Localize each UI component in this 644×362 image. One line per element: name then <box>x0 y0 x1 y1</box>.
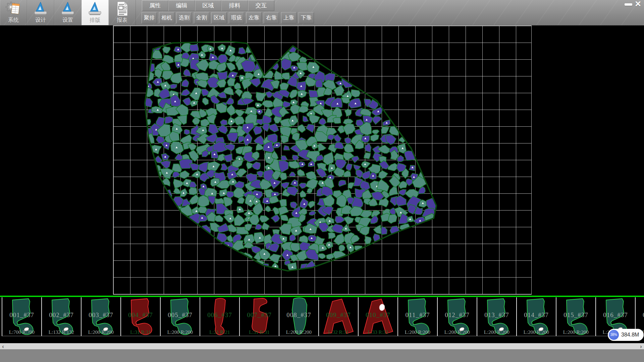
piece-id-label: 001_#37 <box>2 311 41 319</box>
piece-thumbnail-009_#37[interactable]: 009_#37 L:32 R:31 <box>319 297 359 336</box>
strip-top-line <box>0 296 644 297</box>
toolbar-button-label: 系统 <box>0 17 27 24</box>
piece-thumbnail-014_#37[interactable]: 014_#37 L:200 R:200 <box>517 297 556 336</box>
piece-thumbnail-008_#37[interactable]: 008_#37 L:200 R:200 <box>279 297 319 336</box>
piece-id-label: 005_#37 <box>161 311 200 319</box>
toolbar-button-label: 报表 <box>109 17 136 24</box>
toolbar-button-设置[interactable]: 设置 <box>54 0 82 25</box>
settings-setsquare-icon <box>60 1 75 16</box>
piece-lr-label: L:21 R:21 <box>200 329 239 335</box>
piece-lr-label: L:200 R:200 <box>477 329 516 335</box>
menu-tab-交互[interactable]: 交互 <box>248 0 274 11</box>
piece-thumbnail-003_#37[interactable]: 003_#37 L:200 R:200 <box>82 297 121 336</box>
piece-thumbnail-013_#37[interactable]: 013_#37 L:200 R:200 <box>477 297 517 336</box>
toolbar-button-报表[interactable]: 报表 <box>109 0 136 25</box>
usage-value-label: 384.8M <box>621 329 639 341</box>
tool-button-相机[interactable]: 相机 <box>159 12 174 23</box>
bottom-status-strip <box>0 349 644 362</box>
piece-thumbnail-007_#37[interactable]: 007_#37 L:31 R:31 <box>240 297 279 336</box>
tool-button-聚排[interactable]: 聚排 <box>142 12 157 23</box>
piece-thumbnail-002_#37[interactable]: 002_#37 L:132 R:132 <box>42 297 82 336</box>
piece-lr-label: L:31 R:31 <box>240 329 279 335</box>
menu-tab-排料[interactable]: 排料 <box>221 0 248 11</box>
nesting-canvas[interactable] <box>0 25 644 296</box>
menu-tab-编辑[interactable]: 编辑 <box>168 0 195 11</box>
piece-thumbnail-005_#37[interactable]: 005_#37 L:200 R:200 <box>161 297 200 336</box>
menu-tab-区域[interactable]: 区域 <box>195 0 221 11</box>
tool-button-上靠[interactable]: 上靠 <box>281 12 297 23</box>
piece-id-label: 012_#37 <box>438 311 477 319</box>
toolbar-button-系统[interactable]: 系统 <box>0 0 27 25</box>
piece-id-label: 010_#37 <box>359 311 397 319</box>
toolbar-button-label: 排版 <box>82 17 108 24</box>
tool-button-右靠[interactable]: 右靠 <box>264 12 279 23</box>
tool-button-区域[interactable]: 区域 <box>211 12 227 23</box>
design-setsquare-icon <box>33 1 48 16</box>
menu-tabs: 属性编辑区域排料交互 <box>142 0 274 11</box>
piece-thumbnail-strip: 001_#37 L:700 R:700 002_#37 L:132 R:132 … <box>0 296 644 343</box>
thumbnail-cells: 001_#37 L:700 R:700 002_#37 L:132 R:132 … <box>2 297 644 336</box>
piece-thumbnail-011_#37[interactable]: 011_#37 L:200 R:200 <box>398 297 438 336</box>
toolbar-button-label: 设计 <box>27 17 54 24</box>
piece-lr-label: L:200 R:200 <box>438 329 477 335</box>
grid-area <box>113 25 532 295</box>
piece-id-label: 011_#37 <box>398 311 437 319</box>
piece-thumbnail-015_#37[interactable]: 015_#37 L:200 R:200 <box>556 297 596 336</box>
scroll-right-icon[interactable]: › <box>638 344 644 350</box>
piece-lr-label: L:31 R:31 <box>121 329 160 335</box>
piece-id-label: 004_#37 <box>121 311 160 319</box>
piece-lr-label: L:32 R:31 <box>319 329 358 335</box>
menu-tab-属性[interactable]: 属性 <box>142 0 168 11</box>
scroll-left-icon[interactable]: ‹ <box>0 344 6 350</box>
piece-id-label: 013_#37 <box>477 311 516 319</box>
piece-lr-label: L:33 R:33 <box>359 329 397 335</box>
piece-id-label: 006_#37 <box>200 311 239 319</box>
tool-button-全割[interactable]: 全割 <box>194 12 209 23</box>
tool-button-选割[interactable]: 选割 <box>176 12 192 23</box>
piece-lr-label: L:200 R:200 <box>279 329 318 335</box>
app-window: 系统 设计 设置 排版 报表 属性编辑区域排料交互 聚排相机选割全割区域瑕疵左靠… <box>0 0 644 362</box>
piece-id-label: 007_#37 <box>240 311 279 319</box>
layout-setsquare-icon <box>87 1 103 16</box>
piece-lr-label: L:200 R:200 <box>556 329 595 335</box>
piece-id-label: 014_#37 <box>517 311 556 319</box>
minimize-icon[interactable] <box>625 3 632 6</box>
toolbar-button-label: 设置 <box>54 17 81 24</box>
report-doc-icon <box>114 1 130 16</box>
piece-thumbnail-001_#37[interactable]: 001_#37 L:700 R:700 <box>2 297 42 336</box>
nested-hide-drawing <box>113 26 531 294</box>
horizontal-scrollbar[interactable]: ‹ › <box>0 343 644 350</box>
system-gear-icon <box>6 1 21 16</box>
usage-percent-badge: 38% <box>609 330 619 340</box>
piece-id-label: 008_#37 <box>279 311 318 319</box>
toolbar: 系统 设计 设置 排版 报表 属性编辑区域排料交互 聚排相机选割全割区域瑕疵左靠… <box>0 0 644 25</box>
piece-thumbnail-004_#37[interactable]: 004_#37 L:31 R:31 <box>121 297 161 336</box>
tool-buttons: 聚排相机选割全割区域瑕疵左靠右靠上靠下靠 <box>142 12 314 23</box>
toolbar-button-排版[interactable]: 排版 <box>82 0 109 25</box>
piece-id-label: 016_#37 <box>596 311 635 319</box>
piece-thumbnail-012_#37[interactable]: 012_#37 L:200 R:200 <box>438 297 477 336</box>
piece-lr-label: L:200 R:200 <box>161 329 200 335</box>
piece-lr-label: L:200 R:200 <box>398 329 437 335</box>
piece-lr-label: L:700 R:700 <box>2 329 41 335</box>
piece-id-label: 009_#37 <box>319 311 358 319</box>
main-icon-buttons: 系统 设计 设置 排版 报表 <box>0 0 136 25</box>
memory-usage-badge: 38% 384.8M <box>608 329 644 341</box>
piece-lr-label: L:200 R:200 <box>82 329 120 335</box>
piece-id-label: 015_#37 <box>556 311 595 319</box>
piece-id-label: 003_#37 <box>82 311 120 319</box>
piece-lr-label: L:200 R:200 <box>517 329 556 335</box>
toolbar-button-设计[interactable]: 设计 <box>27 0 54 25</box>
piece-id-label: 002_#37 <box>42 311 81 319</box>
tool-button-瑕疵[interactable]: 瑕疵 <box>229 12 244 23</box>
piece-lr-label: L:132 R:132 <box>42 329 81 335</box>
tool-button-下靠[interactable]: 下靠 <box>299 12 314 23</box>
tool-button-左靠[interactable]: 左靠 <box>246 12 262 23</box>
close-icon[interactable]: ✕ <box>633 0 643 8</box>
piece-thumbnail-010_#37[interactable]: 010_#37 L:33 R:33 <box>359 297 398 336</box>
piece-id-label: 017_#37 <box>636 311 644 319</box>
piece-thumbnail-006_#37[interactable]: 006_#37 L:21 R:21 <box>200 297 240 336</box>
